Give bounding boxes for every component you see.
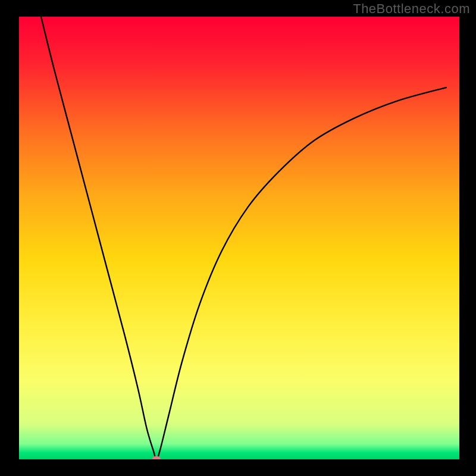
watermark-text: TheBottleneck.com (353, 1, 470, 17)
minimum-marker (152, 456, 161, 462)
chart-frame: TheBottleneck.com (0, 0, 476, 476)
bottleneck-chart (0, 0, 476, 476)
gradient-background (19, 17, 459, 459)
